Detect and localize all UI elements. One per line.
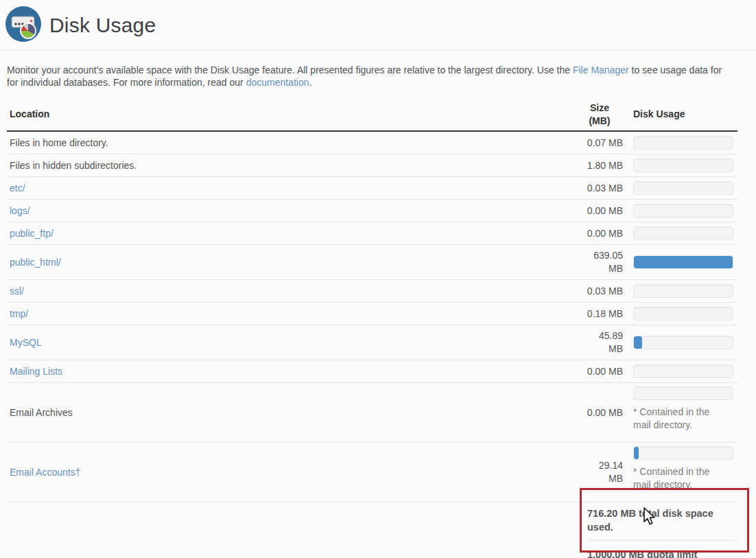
column-header-location: Location bbox=[7, 98, 576, 131]
intro-line-2-text: for individual databases. For more infor… bbox=[7, 77, 246, 88]
intro-text: Monitor your account's available space w… bbox=[7, 64, 756, 89]
documentation-link[interactable]: documentation bbox=[246, 77, 309, 88]
disk-usage-bar-fill bbox=[634, 256, 733, 268]
size-header-line-1: Size bbox=[576, 102, 623, 115]
intro-line-1-text: Monitor your account's available space w… bbox=[7, 65, 573, 75]
location-label: Files in home directory. bbox=[10, 137, 108, 148]
table-row: tmp/0.18 MB bbox=[7, 303, 737, 325]
size-value: 45.89MB bbox=[576, 325, 623, 360]
disk-usage-bar-fill bbox=[634, 336, 642, 349]
contained-note-line: * Contained in the bbox=[633, 465, 737, 478]
intro-line-1: Monitor your account's available space w… bbox=[7, 64, 756, 76]
size-value-line: 0.00 MB bbox=[576, 406, 623, 419]
size-value: 639.05MB bbox=[576, 245, 623, 280]
mouse-cursor-icon bbox=[642, 507, 660, 529]
contained-note-line: mail directory. bbox=[633, 478, 737, 491]
page-title: Disk Usage bbox=[49, 14, 156, 37]
disk-usage-icon bbox=[5, 6, 41, 45]
intro-line-2: for individual databases. For more infor… bbox=[7, 76, 756, 89]
disk-usage-bar bbox=[633, 307, 733, 321]
disk-usage-bar bbox=[633, 364, 733, 378]
size-value-line: 0.18 MB bbox=[576, 307, 623, 321]
total-disk-space-used-text: 716.20 MB total disk spaceused. bbox=[587, 507, 737, 541]
total-used-line: 716.20 MB total disk space bbox=[587, 507, 737, 520]
page-header: Disk Usage bbox=[0, 0, 756, 50]
table-row: Email Accounts†29.14MB* Contained in the… bbox=[7, 443, 737, 502]
table-row: etc/0.03 MB bbox=[7, 177, 737, 200]
quota-limit-text: 1,000.00 MB quota limit(670.23 MB used). bbox=[587, 541, 737, 558]
location-link[interactable]: logs/ bbox=[10, 205, 30, 216]
size-value: 0.00 MB bbox=[576, 222, 623, 245]
contained-note: * Contained in themail directory. bbox=[633, 406, 737, 432]
table-header-row: Location Size (MB) Disk Usage bbox=[7, 98, 737, 131]
disk-usage-bar-fill bbox=[634, 447, 639, 459]
totals-row: 716.20 MB total disk spaceused.1,000.00 … bbox=[7, 502, 737, 558]
intro-line-2-tail: . bbox=[309, 77, 311, 88]
location-link[interactable]: Mailing Lists bbox=[10, 366, 62, 377]
size-value-line: 29.14 bbox=[576, 459, 623, 472]
disk-usage-bar bbox=[633, 336, 733, 349]
location-link[interactable]: ssl/ bbox=[10, 286, 24, 297]
file-manager-link[interactable]: File Manager bbox=[573, 65, 629, 75]
table-row: Files in home directory.0.07 MB bbox=[7, 131, 737, 154]
size-value-line: 0.00 MB bbox=[576, 227, 623, 240]
table-row: public_ftp/0.00 MB bbox=[7, 222, 737, 245]
column-header-disk-usage: Disk Usage bbox=[623, 98, 737, 131]
size-value: 0.18 MB bbox=[576, 303, 623, 325]
size-value: 29.14MB bbox=[576, 443, 623, 502]
size-value-line: 0.00 MB bbox=[576, 205, 623, 218]
location-link[interactable]: etc/ bbox=[10, 183, 25, 194]
disk-usage-bar bbox=[633, 181, 733, 195]
table-row: MySQL45.89MB bbox=[7, 325, 737, 360]
size-value-line: 0.00 MB bbox=[576, 365, 623, 378]
size-value-line: 1.80 MB bbox=[576, 159, 623, 172]
table-row: public_html/639.05MB bbox=[7, 245, 737, 280]
location-link[interactable]: tmp/ bbox=[10, 308, 28, 319]
table-body: Files in home directory.0.07 MBFiles in … bbox=[7, 131, 737, 558]
contained-note: * Contained in themail directory. bbox=[633, 465, 737, 491]
intro-line-1-tail: to see usage data for bbox=[629, 65, 722, 75]
disk-usage-bar bbox=[633, 446, 733, 460]
location-label: Email Archives bbox=[10, 407, 73, 418]
table-row: logs/0.00 MB bbox=[7, 200, 737, 222]
disk-usage-bar bbox=[633, 136, 733, 150]
size-value-line: MB bbox=[576, 342, 623, 356]
location-link[interactable]: public_html/ bbox=[10, 257, 61, 268]
disk-usage-bar bbox=[633, 284, 733, 298]
size-value: 1.80 MB bbox=[576, 154, 623, 177]
table-row: Mailing Lists0.00 MB bbox=[7, 360, 737, 383]
location-link[interactable]: public_ftp/ bbox=[10, 228, 54, 239]
size-value: 0.07 MB bbox=[576, 131, 623, 154]
location-link[interactable]: Email Accounts† bbox=[10, 467, 81, 478]
contained-note-line: * Contained in the bbox=[633, 406, 737, 419]
contained-note-line: mail directory. bbox=[633, 419, 737, 432]
column-header-size: Size (MB) bbox=[576, 98, 623, 131]
size-value-line: MB bbox=[576, 262, 623, 275]
disk-usage-bar bbox=[633, 386, 733, 400]
location-label: Files in hidden subdirectories. bbox=[10, 160, 137, 171]
size-value: 0.00 MB bbox=[576, 200, 623, 222]
size-value-line: 0.03 MB bbox=[576, 182, 623, 195]
size-value-line: MB bbox=[576, 472, 623, 485]
size-value: 0.00 MB bbox=[576, 383, 623, 443]
disk-usage-table: Location Size (MB) Disk Usage Files in h… bbox=[7, 98, 737, 558]
table-row: ssl/0.03 MB bbox=[7, 280, 737, 303]
location-link[interactable]: MySQL bbox=[10, 337, 42, 348]
size-value-line: 45.89 bbox=[576, 329, 623, 342]
size-value: 0.00 MB bbox=[576, 360, 623, 383]
quota-line: 1,000.00 MB quota limit bbox=[587, 548, 737, 558]
disk-usage-bar bbox=[633, 255, 733, 269]
totals-empty-cell bbox=[7, 502, 576, 558]
table-row: Files in hidden subdirectories.1.80 MB bbox=[7, 154, 737, 177]
size-value: 0.03 MB bbox=[576, 177, 623, 200]
size-header-line-2: (MB) bbox=[576, 115, 623, 128]
size-value-line: 0.03 MB bbox=[576, 285, 623, 298]
total-used-line: used. bbox=[587, 520, 737, 534]
size-value-line: 639.05 bbox=[576, 249, 623, 262]
size-value: 0.03 MB bbox=[576, 280, 623, 303]
disk-usage-bar bbox=[633, 159, 733, 172]
size-value-line: 0.07 MB bbox=[576, 137, 623, 150]
table-row: Email Archives0.00 MB* Contained in them… bbox=[7, 383, 737, 443]
disk-usage-bar bbox=[633, 226, 733, 240]
disk-usage-bar bbox=[633, 204, 733, 218]
